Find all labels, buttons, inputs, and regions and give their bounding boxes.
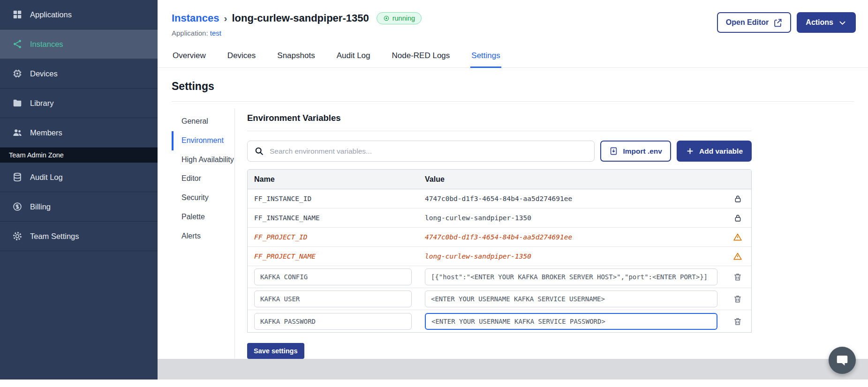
sidebar-item-members[interactable]: Members bbox=[0, 118, 158, 148]
chevron-down-icon bbox=[838, 18, 847, 27]
value-column-header: Value bbox=[418, 175, 724, 184]
team-settings-gear-icon bbox=[12, 231, 23, 241]
sidebar: Applications Instances Devices Library M… bbox=[0, 0, 158, 380]
table-row: FF_PROJECT_ID 4747c0bd-d1f3-4654-84b4-aa… bbox=[248, 228, 751, 247]
members-icon bbox=[12, 127, 23, 138]
add-variable-button[interactable]: Add variable bbox=[677, 141, 752, 162]
settings-nav: General Environment High Availability Ed… bbox=[172, 102, 234, 359]
settings-nav-environment[interactable]: Environment bbox=[172, 131, 234, 150]
sidebar-item-team-settings[interactable]: Team Settings bbox=[0, 222, 158, 251]
breadcrumb: Instances › long-curlew-sandpiper-1350 r… bbox=[172, 12, 422, 24]
page: Applications Instances Devices Library M… bbox=[0, 0, 868, 387]
application-label: Application: bbox=[172, 29, 208, 37]
delete-variable-button[interactable] bbox=[732, 316, 743, 327]
table-header-row: Name Value bbox=[248, 170, 751, 189]
table-row: FF_INSTANCE_NAME long-curlew-sandpiper-1… bbox=[248, 208, 751, 228]
external-link-icon bbox=[773, 18, 782, 27]
env-var-name: FF_INSTANCE_ID bbox=[248, 195, 418, 202]
tab-node-red-logs[interactable]: Node-RED Logs bbox=[391, 48, 451, 68]
search-icon bbox=[254, 146, 264, 156]
environment-variables-title: Environment Variables bbox=[247, 113, 752, 131]
env-var-value: 4747c0bd-d1f3-4654-84b4-aa5d274691ee bbox=[418, 233, 724, 241]
actions-button[interactable]: Actions bbox=[797, 12, 856, 33]
sidebar-item-label: Team Settings bbox=[30, 232, 79, 241]
team-admin-zone-label: Team Admin Zone bbox=[0, 148, 158, 163]
chat-icon bbox=[835, 353, 849, 367]
table-row bbox=[248, 288, 751, 310]
settings-nav-security[interactable]: Security bbox=[172, 188, 234, 208]
main-content: Instances › long-curlew-sandpiper-1350 r… bbox=[158, 0, 868, 380]
settings-nav-alerts[interactable]: Alerts bbox=[172, 227, 234, 246]
sidebar-item-instances[interactable]: Instances bbox=[0, 30, 158, 59]
plus-icon bbox=[686, 147, 694, 156]
delete-variable-button[interactable] bbox=[732, 293, 743, 305]
instance-name: long-curlew-sandpiper-1350 bbox=[232, 12, 369, 24]
env-toolbar: Import .env Add variable bbox=[247, 141, 752, 162]
sidebar-item-audit-log[interactable]: Audit Log bbox=[0, 163, 158, 192]
status-text: running bbox=[392, 15, 415, 22]
sidebar-item-label: Instances bbox=[30, 40, 63, 49]
audit-log-icon bbox=[12, 172, 23, 182]
env-var-value-input-focused[interactable] bbox=[425, 313, 717, 330]
environment-section: Environment Variables Import .env bbox=[235, 102, 752, 359]
warning-icon bbox=[732, 231, 743, 243]
table-row: FF_PROJECT_NAME long-curlew-sandpiper-13… bbox=[248, 247, 751, 266]
search-box bbox=[247, 141, 595, 162]
chat-widget-button[interactable] bbox=[829, 347, 856, 374]
sidebar-item-applications[interactable]: Applications bbox=[0, 0, 158, 30]
lock-icon bbox=[732, 194, 743, 204]
trash-icon bbox=[733, 272, 742, 282]
table-row bbox=[248, 310, 751, 332]
trash-icon bbox=[733, 317, 742, 326]
instances-icon bbox=[12, 39, 23, 49]
env-var-value: long-curlew-sandpiper-1350 bbox=[418, 253, 724, 260]
settings-nav-high-availability[interactable]: High Availability bbox=[172, 150, 234, 170]
running-icon bbox=[383, 15, 390, 22]
import-env-label: Import .env bbox=[623, 147, 662, 156]
tab-overview[interactable]: Overview bbox=[172, 48, 207, 68]
table-row: FF_INSTANCE_ID 4747c0bd-d1f3-4654-84b4-a… bbox=[248, 189, 751, 208]
tab-settings[interactable]: Settings bbox=[470, 48, 501, 68]
save-settings-button[interactable]: Save settings bbox=[247, 343, 304, 359]
warning-icon bbox=[732, 251, 743, 262]
delete-variable-button[interactable] bbox=[732, 271, 743, 283]
sidebar-item-library[interactable]: Library bbox=[0, 89, 158, 118]
tab-audit-log[interactable]: Audit Log bbox=[336, 48, 371, 68]
application-row: Application: test bbox=[172, 29, 422, 37]
settings-nav-palette[interactable]: Palette bbox=[172, 208, 234, 227]
env-var-name: FF_PROJECT_NAME bbox=[248, 253, 418, 260]
settings-nav-editor[interactable]: Editor bbox=[172, 169, 234, 188]
sidebar-item-devices[interactable]: Devices bbox=[0, 59, 158, 89]
sidebar-item-label: Applications bbox=[30, 10, 72, 19]
application-link[interactable]: test bbox=[210, 29, 221, 37]
import-icon bbox=[609, 147, 618, 156]
env-var-name-input[interactable] bbox=[254, 268, 412, 285]
bottom-strip bbox=[0, 380, 868, 387]
open-editor-label: Open Editor bbox=[726, 18, 769, 27]
env-var-value-input[interactable] bbox=[425, 290, 717, 307]
lock-icon bbox=[732, 213, 743, 223]
name-column-header: Name bbox=[248, 175, 418, 184]
breadcrumb-separator: › bbox=[224, 13, 227, 24]
env-var-name-input[interactable] bbox=[254, 313, 412, 330]
env-var-name-input[interactable] bbox=[254, 290, 412, 307]
instance-tabs: Overview Devices Snapshots Audit Log Nod… bbox=[158, 48, 868, 68]
trash-icon bbox=[733, 294, 742, 304]
settings-nav-general[interactable]: General bbox=[172, 112, 234, 131]
sidebar-item-billing[interactable]: Billing bbox=[0, 192, 158, 222]
sidebar-item-label: Devices bbox=[30, 69, 58, 78]
search-input[interactable] bbox=[270, 147, 588, 156]
env-var-value: 4747c0bd-d1f3-4654-84b4-aa5d274691ee bbox=[418, 195, 724, 202]
breadcrumb-instances-link[interactable]: Instances bbox=[172, 12, 219, 24]
import-env-button[interactable]: Import .env bbox=[600, 141, 671, 162]
env-var-name: FF_INSTANCE_NAME bbox=[248, 214, 418, 222]
applications-icon bbox=[12, 9, 23, 20]
tab-devices[interactable]: Devices bbox=[226, 48, 257, 68]
actions-label: Actions bbox=[806, 18, 833, 27]
env-var-value-input[interactable] bbox=[425, 268, 717, 285]
settings-page-title: Settings bbox=[172, 68, 854, 101]
open-editor-button[interactable]: Open Editor bbox=[717, 12, 792, 33]
tab-snapshots[interactable]: Snapshots bbox=[276, 48, 316, 68]
status-badge: running bbox=[377, 12, 422, 24]
env-variables-table: Name Value FF_INSTANCE_ID 4747c0bd-d1f3-… bbox=[247, 169, 752, 333]
